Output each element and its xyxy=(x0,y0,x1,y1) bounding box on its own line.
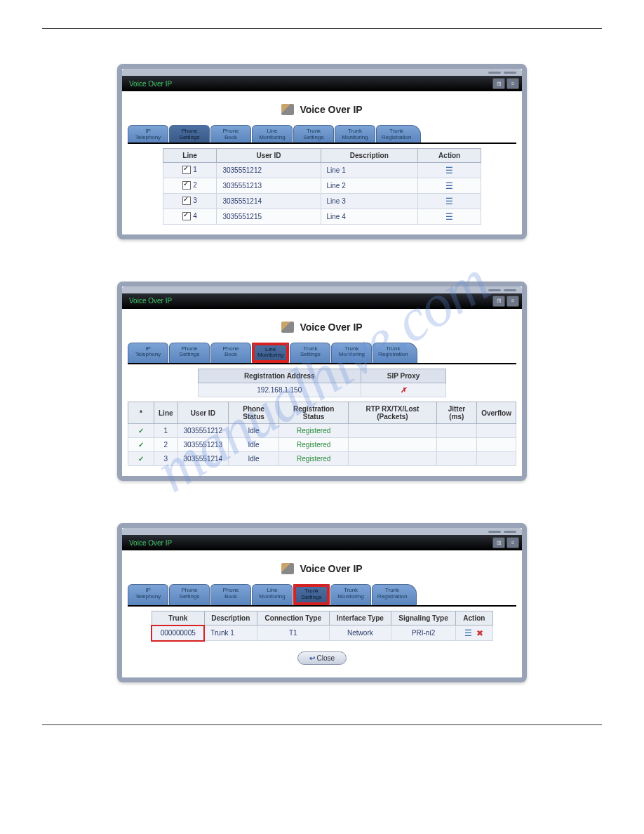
sip-proxy-label: SIP Proxy xyxy=(361,369,445,383)
tab-trunk-registration[interactable]: TrunkRegistration xyxy=(372,584,417,605)
cell-description: Line 1 xyxy=(321,162,418,178)
tab-trunk-monitoring[interactable]: TrunkMonitoring xyxy=(331,343,372,364)
tab-line-monitoring[interactable]: LineMonitoring xyxy=(252,343,289,364)
tab-trunk-monitoring[interactable]: TrunkMonitoring xyxy=(335,125,375,143)
heading-text: Voice Over IP xyxy=(300,104,362,115)
panel-trunk-settings: Voice Over IP ⊞ ≡ Voice Over IP IPTeleph… xyxy=(117,523,527,682)
cell-user-id: 3035551214 xyxy=(217,193,321,208)
status-check-icon: ✓ xyxy=(138,441,144,449)
tab-ip-telephony[interactable]: IPTelephony xyxy=(128,343,168,364)
col-trunk: Trunk xyxy=(152,611,204,626)
window-menu-icon[interactable]: ≡ xyxy=(507,296,519,307)
tab-line-monitoring[interactable]: LineMonitoring xyxy=(252,584,293,605)
cell-user-id: 3035551213 xyxy=(217,178,321,193)
table-row: 1 3035551212 Line 1 ☰ xyxy=(163,162,481,178)
window-title: Voice Over IP xyxy=(129,80,172,88)
window-titlebar: Voice Over IP ⊞ ≡ xyxy=(122,535,522,550)
tab-ip-telephony[interactable]: IPTelephony xyxy=(128,584,168,605)
col-user-id: User ID xyxy=(217,148,321,162)
line-number: 1 xyxy=(193,166,197,173)
edit-icon[interactable]: ☰ xyxy=(445,212,455,220)
tab-phone-settings[interactable]: PhoneSettings xyxy=(169,584,210,605)
sip-proxy-value: ✗ xyxy=(401,386,406,394)
cell-description: Line 3 xyxy=(321,193,418,208)
col-line: Line xyxy=(154,402,178,424)
phone-icon xyxy=(281,322,294,333)
tab-phone-settings[interactable]: PhoneSettings xyxy=(169,343,210,364)
window-title: Voice Over IP xyxy=(129,297,172,305)
line-number: 4 xyxy=(193,212,197,220)
cell-user-id: 3035551213 xyxy=(177,438,229,452)
table-row: 2 3035551213 Line 2 ☰ xyxy=(163,178,481,193)
tab-trunk-registration[interactable]: TrunkRegistration xyxy=(376,125,421,143)
lines-table: Line User ID Description Action 1 303555… xyxy=(163,148,481,225)
tab-phone-book[interactable]: PhoneBook xyxy=(210,343,251,364)
tab-bar: IPTelephony PhoneSettings PhoneBook Line… xyxy=(128,584,516,607)
tab-phone-book[interactable]: PhoneBook xyxy=(210,125,251,143)
line-checkbox[interactable] xyxy=(182,197,191,205)
delete-icon[interactable]: ✖ xyxy=(475,628,485,637)
edit-icon[interactable]: ☰ xyxy=(445,181,455,190)
tab-trunk-registration[interactable]: TrunkRegistration xyxy=(373,343,417,364)
cell-description: Line 4 xyxy=(321,208,418,224)
window-menu-icon[interactable]: ≡ xyxy=(507,537,519,548)
table-row: 4 3035551215 Line 4 ☰ xyxy=(163,208,481,224)
col-description: Description xyxy=(321,148,418,162)
registration-summary-table: Registration Address SIP Proxy 192.168.1… xyxy=(198,369,447,397)
window-title: Voice Over IP xyxy=(129,539,172,547)
col-interface-type: Interface Type xyxy=(329,611,391,626)
cell-description: Trunk 1 xyxy=(204,626,257,641)
tab-trunk-settings[interactable]: TrunkSettings xyxy=(293,125,334,143)
cell-trunk[interactable]: 000000005 xyxy=(152,626,204,641)
panel-handle xyxy=(122,528,522,535)
page-heading: Voice Over IP xyxy=(128,322,516,333)
page-rule-bottom xyxy=(42,724,602,725)
window-grid-icon[interactable]: ⊞ xyxy=(492,78,505,89)
cell-line: 1 xyxy=(154,424,178,438)
edit-icon[interactable]: ☰ xyxy=(463,628,473,637)
tab-ip-telephony[interactable]: IPTelephony xyxy=(128,125,168,143)
col-description: Description xyxy=(204,611,257,626)
phone-icon xyxy=(281,563,294,574)
cell-phone-status: Idle xyxy=(229,424,279,438)
tab-trunk-settings[interactable]: TrunkSettings xyxy=(293,584,330,605)
line-number: 3 xyxy=(193,197,197,204)
tab-phone-book[interactable]: PhoneBook xyxy=(210,584,251,605)
col-phone-status: Phone Status xyxy=(229,402,279,424)
col-line: Line xyxy=(163,148,217,162)
col-reg-status: Registration Status xyxy=(279,402,348,424)
window-titlebar: Voice Over IP ⊞ ≡ xyxy=(122,76,522,91)
cell-connection-type: T1 xyxy=(257,626,329,641)
cell-reg-status: Registered xyxy=(297,441,330,449)
cell-user-id: 3035551212 xyxy=(177,424,229,438)
page-heading: Voice Over IP xyxy=(128,104,516,115)
tab-trunk-settings[interactable]: TrunkSettings xyxy=(290,343,330,364)
col-jitter: Jitter (ms) xyxy=(436,402,477,424)
tab-bar: IPTelephony PhoneSettings PhoneBook Line… xyxy=(128,125,516,144)
window-menu-icon[interactable]: ≡ xyxy=(507,78,519,89)
tab-trunk-monitoring[interactable]: TrunkMonitoring xyxy=(330,584,371,605)
edit-icon[interactable]: ☰ xyxy=(445,197,455,205)
tab-phone-settings[interactable]: PhoneSettings xyxy=(169,125,210,143)
line-checkbox[interactable] xyxy=(182,212,191,220)
cell-phone-status: Idle xyxy=(229,452,279,466)
window-grid-icon[interactable]: ⊞ xyxy=(492,537,505,548)
cell-reg-status: Registered xyxy=(297,427,330,435)
panel-line-monitoring: Voice Over IP ⊞ ≡ Voice Over IP IPTeleph… xyxy=(117,282,527,482)
cell-user-id: 3035551212 xyxy=(217,162,321,178)
close-button[interactable]: Close xyxy=(297,651,347,665)
edit-icon[interactable]: ☰ xyxy=(445,166,455,174)
heading-text: Voice Over IP xyxy=(300,322,362,333)
window-grid-icon[interactable]: ⊞ xyxy=(492,296,505,307)
cell-signaling-type: PRI-ni2 xyxy=(391,626,456,641)
panel-handle xyxy=(122,69,522,76)
tab-line-monitoring[interactable]: LineMonitoring xyxy=(252,125,293,143)
col-signaling-type: Signaling Type xyxy=(391,611,456,626)
line-checkbox[interactable] xyxy=(182,166,191,174)
col-rtp: RTP RX/TX/Lost (Packets) xyxy=(349,402,436,424)
line-checkbox[interactable] xyxy=(182,181,191,190)
page-heading: Voice Over IP xyxy=(128,563,516,574)
status-check-icon: ✓ xyxy=(138,455,144,463)
cell-user-id: 3035551214 xyxy=(177,452,229,466)
line-number: 2 xyxy=(193,181,197,189)
